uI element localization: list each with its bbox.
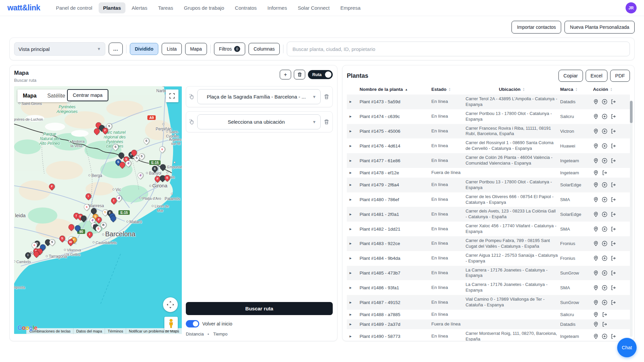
- location-pin-icon[interactable]: [593, 143, 599, 149]
- map-pin-icon[interactable]: [81, 216, 87, 224]
- center-map-button[interactable]: Centrar mapa: [67, 89, 108, 101]
- view-mode-button[interactable]: Dividido: [130, 43, 158, 55]
- map-pin-icon[interactable]: S: [144, 138, 150, 146]
- app-logo[interactable]: watt&link: [7, 3, 40, 12]
- fullscreen-button[interactable]: [166, 89, 178, 102]
- map-pin-icon[interactable]: d: [138, 173, 144, 181]
- row-expand-caret[interactable]: ▶: [350, 286, 358, 289]
- map-pin-icon[interactable]: [68, 224, 74, 232]
- export-row-icon[interactable]: [610, 212, 616, 217]
- export-row-icon[interactable]: [610, 197, 616, 202]
- map-pin-icon[interactable]: I: [86, 193, 92, 201]
- location-pin-icon[interactable]: [593, 270, 599, 276]
- add-circle-icon[interactable]: [602, 212, 607, 217]
- map-pin-icon[interactable]: F: [49, 184, 55, 192]
- location-pin-icon[interactable]: [593, 255, 599, 261]
- table-row[interactable]: ▶ Plant #1475 - 45006 En línea Carrer Fr…: [347, 124, 630, 139]
- row-expand-caret[interactable]: ▶: [350, 144, 358, 147]
- row-expand-caret[interactable]: ▶: [350, 183, 358, 186]
- map-pin-icon[interactable]: [94, 128, 100, 136]
- add-circle-icon[interactable]: [602, 241, 607, 246]
- nav-item[interactable]: Empresa: [336, 2, 365, 13]
- map-pin-icon[interactable]: d: [125, 161, 131, 169]
- map-pin-icon[interactable]: s: [159, 146, 165, 155]
- row-expand-caret[interactable]: ▶: [350, 100, 358, 103]
- nav-item[interactable]: Tareas: [154, 2, 177, 13]
- column-header-action[interactable]: Acción▲▼: [593, 87, 625, 92]
- location-pin-icon[interactable]: [593, 128, 599, 134]
- map-pin-icon[interactable]: S: [106, 123, 112, 131]
- column-header-location[interactable]: Ubicación▲▼: [466, 87, 558, 92]
- location-pin-icon[interactable]: [593, 114, 599, 119]
- add-circle-icon[interactable]: [602, 158, 607, 164]
- nav-item[interactable]: Alertas: [127, 2, 152, 13]
- row-expand-caret[interactable]: ▶: [350, 335, 358, 338]
- location-pin-icon[interactable]: [593, 300, 599, 305]
- map-pin-icon[interactable]: [160, 164, 166, 172]
- table-row[interactable]: ▶ Plant #1479 - 2f6a4 En línea Carrer Po…: [347, 178, 630, 192]
- return-to-start-toggle[interactable]: [186, 320, 199, 327]
- export-row-icon[interactable]: [610, 241, 616, 246]
- row-expand-caret[interactable]: ▶: [350, 171, 358, 174]
- chat-button[interactable]: Chat: [617, 338, 637, 357]
- export-row-icon[interactable]: [602, 312, 607, 317]
- export-button[interactable]: Copiar: [558, 70, 583, 82]
- row-expand-caret[interactable]: ▶: [350, 272, 358, 275]
- row-expand-caret[interactable]: ▶: [350, 198, 358, 201]
- google-map[interactable]: NarbonaSaint-GironsPyrénées Ariégeoisesa…: [14, 86, 182, 334]
- map-pin-icon[interactable]: [34, 251, 40, 259]
- add-circle-icon[interactable]: [602, 128, 607, 134]
- table-scrollbar[interactable]: [630, 100, 633, 337]
- columns-button[interactable]: Columnas: [249, 43, 280, 55]
- table-row[interactable]: ▶ Plant #1478 - ef12e Fuera de línea Ing…: [347, 168, 630, 178]
- map-attribution-link[interactable]: Datos del mapa: [73, 328, 105, 334]
- table-row[interactable]: ▶ Plant #1473 - 5a59d En línea Carrer Te…: [347, 95, 630, 109]
- location-pin-icon[interactable]: [593, 182, 599, 188]
- add-circle-icon[interactable]: [602, 300, 607, 305]
- location-pin-icon[interactable]: [593, 99, 599, 105]
- table-row[interactable]: ▶ Plant #1485 - 473b7 En línea La Carrer…: [347, 266, 630, 281]
- export-row-icon[interactable]: [610, 300, 616, 305]
- user-avatar[interactable]: JR: [626, 2, 637, 13]
- import-contacts-button[interactable]: Importar contactos: [512, 21, 561, 34]
- map-pin-icon[interactable]: S: [96, 226, 102, 234]
- map-attribution-link[interactable]: Términos: [105, 328, 126, 334]
- nav-item[interactable]: Grupos de trabajo: [179, 2, 228, 13]
- add-circle-icon[interactable]: [602, 255, 607, 261]
- column-header-name[interactable]: Nombre de la planta▲: [360, 87, 429, 92]
- export-row-icon[interactable]: [602, 170, 607, 176]
- location-pin-icon[interactable]: [593, 197, 599, 202]
- row-expand-caret[interactable]: ▶: [350, 257, 358, 260]
- map-pin-icon[interactable]: S: [49, 239, 55, 247]
- row-expand-caret[interactable]: ▶: [350, 313, 358, 316]
- row-expand-caret[interactable]: ▶: [350, 213, 358, 216]
- table-row[interactable]: ▶ Plant #1490 - 58773 En línea Carrer Mo…: [347, 329, 630, 341]
- export-row-icon[interactable]: [610, 285, 616, 291]
- add-circle-icon[interactable]: [602, 270, 607, 276]
- export-button[interactable]: Excel: [586, 70, 607, 82]
- view-select[interactable]: Vista principal ▼: [14, 42, 105, 56]
- map-pin-icon[interactable]: I: [25, 252, 31, 260]
- location-pin-icon[interactable]: [593, 212, 599, 217]
- table-row[interactable]: ▶ Plant #1481 - 2f0a1 En línea Carrer de…: [347, 207, 630, 222]
- nav-item[interactable]: Plantas: [99, 2, 125, 13]
- export-button[interactable]: PDF: [610, 70, 630, 82]
- clear-route-button[interactable]: [294, 70, 305, 79]
- map-pin-icon[interactable]: I: [87, 232, 93, 240]
- export-row-icon[interactable]: [610, 128, 616, 134]
- add-stop-button[interactable]: +: [280, 70, 291, 79]
- table-row[interactable]: ▶ Plant #1482 - 1dd21 En línea Carrer Xa…: [347, 222, 630, 236]
- row-expand-caret[interactable]: ▶: [350, 323, 358, 326]
- drag-handle-icon[interactable]: [189, 94, 194, 100]
- add-circle-icon[interactable]: [602, 99, 607, 105]
- table-row[interactable]: ▶ Plant #1484 - 9b4da En línea Carrer Ai…: [347, 251, 630, 266]
- nav-item[interactable]: Solar Connect: [293, 2, 334, 13]
- table-row[interactable]: ▶ Plant #1488 - a7885 En línea Salicru: [347, 310, 630, 319]
- map-type-map-button[interactable]: Mapa: [17, 89, 42, 102]
- map-pin-icon[interactable]: s: [84, 204, 90, 212]
- map-pin-icon[interactable]: [75, 225, 81, 233]
- map-pin-icon[interactable]: [110, 216, 116, 224]
- scrollbar-thumb[interactable]: [630, 101, 633, 123]
- filters-button[interactable]: Filtros 0: [214, 43, 245, 55]
- export-row-icon[interactable]: [610, 182, 616, 188]
